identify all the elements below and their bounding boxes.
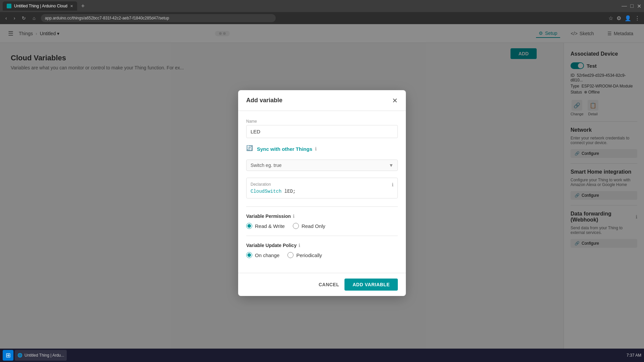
- on-change-radio[interactable]: [246, 252, 252, 258]
- address-bar: ‹ › ↻ ⌂ app.arduino.cc/things/a652bcc7-8…: [0, 12, 644, 24]
- name-label: Name: [246, 119, 398, 124]
- read-write-label: Read & Write: [255, 223, 285, 229]
- sync-label[interactable]: Sync with other Things: [257, 146, 312, 152]
- bookmark-icon[interactable]: ☆: [608, 15, 613, 21]
- permission-label: Variable Permission: [246, 214, 291, 219]
- periodically-radio[interactable]: [287, 252, 293, 258]
- cancel-button[interactable]: CANCEL: [319, 282, 339, 287]
- modal-body: Name 🔄 Sync with other Things ℹ Switch e…: [238, 111, 406, 273]
- extensions-icon[interactable]: ⚙: [616, 15, 621, 21]
- browser-window-controls: — □ ✕: [622, 3, 641, 9]
- read-only-option[interactable]: Read Only: [293, 223, 325, 229]
- on-change-option[interactable]: On change: [246, 252, 279, 258]
- sync-info-icon: ℹ: [315, 146, 317, 152]
- browser-taskbar-icon: 🌐: [17, 353, 22, 358]
- name-field-group: Name: [246, 119, 398, 138]
- back-button[interactable]: ‹: [4, 15, 8, 21]
- tab-favicon: [7, 4, 11, 8]
- minimize-icon[interactable]: —: [622, 3, 627, 9]
- type-selector-text: Switch eg. true: [251, 163, 282, 168]
- code-var: lED;: [284, 189, 296, 194]
- read-write-radio[interactable]: [246, 223, 252, 229]
- sync-icon: 🔄: [246, 145, 254, 153]
- section-divider-2: [246, 236, 398, 236]
- browser-action-icons: ☆ ⚙ 👤 ⋮: [608, 15, 640, 21]
- type-chevron-icon: ▼: [389, 163, 393, 168]
- code-keyword: CloudSwitch: [251, 189, 281, 194]
- modal-title: Add variable: [246, 97, 282, 104]
- policy-radio-group: On change Periodically: [246, 252, 398, 258]
- taskbar-time: 7:37 AM: [627, 353, 641, 358]
- periodically-option[interactable]: Periodically: [287, 252, 322, 258]
- permission-radio-group: Read & Write Read Only: [246, 223, 398, 229]
- new-tab-button[interactable]: +: [78, 3, 88, 10]
- home-button[interactable]: ⌂: [31, 15, 37, 21]
- close-window-icon[interactable]: ✕: [637, 3, 641, 9]
- declaration-label: Declaration: [251, 182, 393, 187]
- declaration-code: CloudSwitch lED;: [251, 189, 393, 194]
- tab-title: Untitled Thing | Arduino Cloud: [14, 4, 67, 8]
- profile-icon[interactable]: 👤: [625, 15, 631, 21]
- reload-button[interactable]: ↻: [20, 15, 27, 21]
- maximize-icon[interactable]: □: [630, 3, 634, 9]
- forward-button[interactable]: ›: [12, 15, 17, 21]
- read-only-label: Read Only: [302, 223, 325, 229]
- add-variable-modal: Add variable ✕ Name 🔄 Sync with other Th…: [238, 90, 406, 296]
- tab-close-icon[interactable]: ✕: [70, 4, 73, 8]
- policy-label: Variable Update Policy: [246, 243, 297, 248]
- name-input[interactable]: [246, 125, 398, 138]
- add-variable-submit-button[interactable]: ADD VARIABLE: [344, 279, 398, 291]
- policy-info-icon: ℹ: [299, 243, 300, 248]
- section-divider-1: [246, 206, 398, 207]
- modal-header: Add variable ✕: [238, 90, 406, 111]
- read-only-radio[interactable]: [293, 223, 299, 229]
- url-input[interactable]: app.arduino.cc/things/a652bcc7-831f-42c2…: [41, 14, 276, 22]
- browser-taskbar-item[interactable]: 🌐 Untitled Thing | Ardu...: [15, 350, 67, 361]
- browser-chrome: Untitled Thing | Arduino Cloud ✕ + — □ ✕…: [0, 0, 644, 24]
- periodically-label: Periodically: [296, 252, 322, 258]
- sync-row: 🔄 Sync with other Things ℹ: [246, 145, 398, 153]
- modal-footer: CANCEL ADD VARIABLE: [238, 273, 406, 296]
- active-tab[interactable]: Untitled Thing | Arduino Cloud ✕: [3, 1, 77, 11]
- modal-overlay: Add variable ✕ Name 🔄 Sync with other Th…: [0, 24, 644, 362]
- declaration-box: Declaration CloudSwitch lED; ℹ: [246, 178, 398, 198]
- taskbar: ⊞ 🌐 Untitled Thing | Ardu... 7:37 AM: [0, 349, 644, 362]
- policy-section: Variable Update Policy ℹ: [246, 243, 398, 248]
- type-selector[interactable]: Switch eg. true ▼: [246, 160, 398, 171]
- read-write-option[interactable]: Read & Write: [246, 223, 285, 229]
- start-button[interactable]: ⊞: [3, 350, 13, 361]
- permission-section: Variable Permission ℹ: [246, 214, 398, 219]
- menu-icon[interactable]: ⋮: [635, 15, 640, 21]
- permission-info-icon: ℹ: [293, 214, 294, 219]
- on-change-label: On change: [255, 252, 279, 258]
- tab-bar: Untitled Thing | Arduino Cloud ✕ + — □ ✕: [0, 0, 644, 12]
- modal-close-button[interactable]: ✕: [392, 97, 398, 104]
- declaration-info-icon: ℹ: [392, 182, 393, 187]
